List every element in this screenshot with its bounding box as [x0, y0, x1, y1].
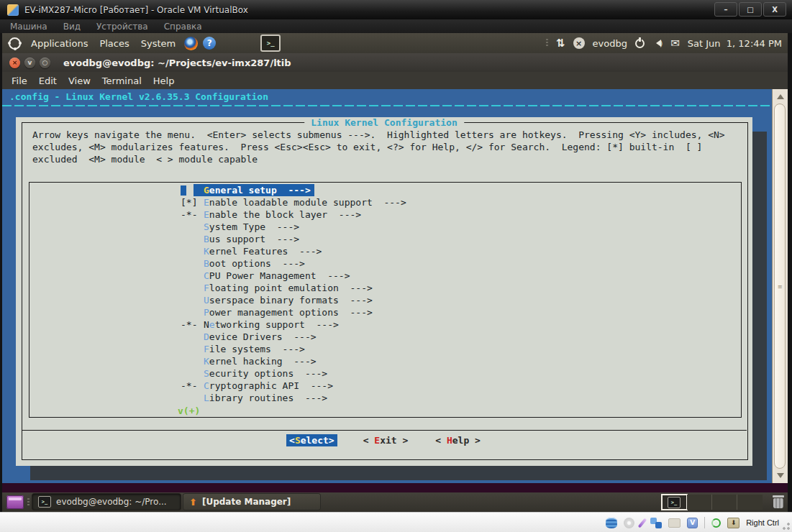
terminal-title: evodbg@evodbg: ~/Projects/ev-imx287/ltib: [63, 58, 291, 68]
firefox-icon[interactable]: [184, 37, 198, 50]
task-label: [Update Manager]: [202, 497, 291, 507]
vbox-menu-item[interactable]: Машина: [10, 22, 47, 32]
virtualbox-logo-icon: [7, 4, 19, 16]
menu-item[interactable]: [*]Enable loadable module support --->: [181, 196, 406, 208]
power-icon[interactable]: [635, 39, 645, 48]
taskbar-item-update-manager[interactable]: ⬆ [Update Manager]: [183, 494, 320, 510]
vbox-menu-item[interactable]: Вид: [63, 22, 81, 32]
panel-menu-item[interactable]: Applications: [27, 35, 92, 52]
task-label: evodbg@evodbg: ~/Pro...: [56, 497, 167, 507]
vbox-menu-item[interactable]: Справка: [164, 22, 202, 32]
dialog-title: Linux Kernel Configuration: [304, 117, 464, 128]
terminal-launcher-icon[interactable]: >_: [260, 35, 281, 52]
menu-item[interactable]: General setup --->: [181, 184, 406, 196]
panel-menu-item[interactable]: System: [137, 35, 180, 52]
cursor-block: [181, 185, 186, 196]
menu-item[interactable]: Library routines --->: [181, 392, 406, 404]
username-label[interactable]: evodbg: [593, 38, 627, 49]
workspace-1[interactable]: >_: [662, 495, 687, 510]
terminal-icon: >_: [38, 496, 51, 508]
menu-box: General setup --->[*]Enable loadable mod…: [29, 182, 742, 418]
maximize-button[interactable]: □: [739, 2, 762, 17]
terminal-menu-item[interactable]: View: [65, 74, 94, 88]
hard-disk-icon[interactable]: [606, 518, 617, 528]
menuconfig-dialog: Linux Kernel Configuration Arrow keys na…: [16, 117, 752, 466]
host-key-icon[interactable]: ⬇: [727, 518, 739, 528]
dialog-buttons: <Select>< Exit >< Help >: [16, 434, 752, 446]
scrollbar-thumb[interactable]: ≡: [774, 104, 786, 469]
menu-item[interactable]: -*-Cryptographic API --->: [181, 380, 406, 392]
menu-item[interactable]: -*-Enable the block layer --->: [181, 208, 406, 221]
dialog-button[interactable]: < Exit >: [362, 434, 410, 446]
terminal-icon: >_: [668, 497, 681, 508]
network-traffic-icon[interactable]: ⇅: [556, 37, 565, 50]
trash-icon[interactable]: [772, 495, 785, 509]
dialog-button[interactable]: < Help >: [434, 434, 482, 446]
help-icon[interactable]: ?: [203, 37, 216, 50]
menu-item[interactable]: Kernel Features --->: [181, 245, 406, 257]
terminal-window: × v ○ evodbg@evodbg: ~/Projects/ev-imx28…: [2, 53, 788, 483]
terminal-menu-item[interactable]: File: [8, 74, 31, 88]
menu-item[interactable]: Security options --->: [181, 367, 406, 380]
panel-grip[interactable]: [546, 39, 548, 47]
taskbar-item-terminal[interactable]: >_ evodbg@evodbg: ~/Pro...: [32, 494, 181, 510]
minimize-button[interactable]: –: [714, 2, 737, 17]
maximize-icon[interactable]: ○: [40, 58, 50, 68]
dialog-button[interactable]: <Select>: [286, 434, 337, 446]
menu-item[interactable]: Power management options --->: [181, 306, 406, 318]
taskbar-grip[interactable]: [27, 498, 29, 507]
terminal-menu-item[interactable]: Terminal: [99, 74, 145, 88]
show-desktop-icon[interactable]: [6, 495, 24, 509]
workspace-3[interactable]: [712, 495, 737, 510]
menu-item[interactable]: System Type --->: [181, 221, 406, 233]
workspace-4[interactable]: [737, 495, 763, 510]
menu-item[interactable]: Floating point emulation --->: [181, 282, 406, 294]
vbox-menu-item[interactable]: Устройства: [96, 22, 148, 32]
menu-item[interactable]: Kernel hacking --->: [181, 355, 406, 367]
ubuntu-logo-icon[interactable]: [9, 37, 21, 50]
minimize-icon[interactable]: v: [24, 58, 35, 68]
vbox-statusbar: V ⬇ Right Ctrl: [0, 512, 792, 532]
menuconfig-backtitle: .config - Linux Kernel v2.6.35.3 Configu…: [9, 91, 268, 102]
scroll-up-icon[interactable]: [777, 94, 784, 99]
shared-folders-icon[interactable]: [668, 518, 681, 528]
mail-icon[interactable]: ✉: [670, 37, 680, 50]
volume-icon[interactable]: ): [652, 39, 663, 48]
close-button[interactable]: X: [763, 2, 786, 17]
menu-item[interactable]: File systems --->: [181, 343, 406, 355]
statusbar-separator: [704, 517, 705, 528]
network-offline-icon[interactable]: ×: [573, 37, 585, 49]
scroll-down-icon[interactable]: [777, 473, 784, 478]
desktop-wallpaper-strip: [2, 483, 788, 492]
mouse-integration-icon[interactable]: [711, 518, 721, 528]
menu-item[interactable]: Boot options --->: [181, 257, 406, 270]
menu-item[interactable]: -*-Networking support --->: [181, 318, 406, 331]
panel-menu-item[interactable]: Places: [95, 35, 133, 52]
terminal-content: .config - Linux Kernel v2.6.35.3 Configu…: [2, 89, 788, 483]
terminal-menu-item[interactable]: Edit: [35, 74, 60, 88]
menuconfig-separator: [2, 105, 772, 106]
scroll-more-indicator: v(+): [176, 405, 202, 416]
pen-icon[interactable]: [638, 518, 647, 528]
vbox-titlebar: EV-iMX287-Micro [Работает] - Oracle VM V…: [0, 0, 792, 19]
menu-item[interactable]: Device Drivers --->: [181, 331, 406, 343]
scrollbar[interactable]: ≡: [772, 89, 788, 483]
menu-item[interactable]: CPU Power Management --->: [181, 270, 406, 282]
gnome-top-panel: ApplicationsPlacesSystem ? >_ ⇅ × evodbg…: [2, 33, 788, 53]
menu-item[interactable]: Bus support --->: [181, 233, 406, 245]
network-adapter-icon[interactable]: [650, 518, 662, 528]
resize-grip[interactable]: [783, 523, 790, 530]
clock[interactable]: Sat Jun 1, 12:44 PM: [688, 38, 782, 49]
terminal-titlebar: × v ○ evodbg@evodbg: ~/Projects/ev-imx28…: [2, 53, 788, 72]
host-key-label: Right Ctrl: [746, 518, 779, 527]
virtualbox-window: EV-iMX287-Micro [Работает] - Oracle VM V…: [0, 0, 792, 532]
terminal-menubar: FileEditViewTerminalHelp: [2, 72, 788, 89]
virtualization-chip-icon[interactable]: V: [687, 518, 698, 528]
workspace-2[interactable]: [687, 495, 712, 510]
terminal-menu-item[interactable]: Help: [150, 74, 178, 88]
menu-item[interactable]: Userspace binary formats --->: [181, 294, 406, 306]
close-icon[interactable]: ×: [9, 58, 20, 68]
optical-drive-icon[interactable]: [624, 518, 634, 528]
workspace-switcher: >_: [662, 495, 763, 510]
button-separator: [22, 430, 747, 431]
